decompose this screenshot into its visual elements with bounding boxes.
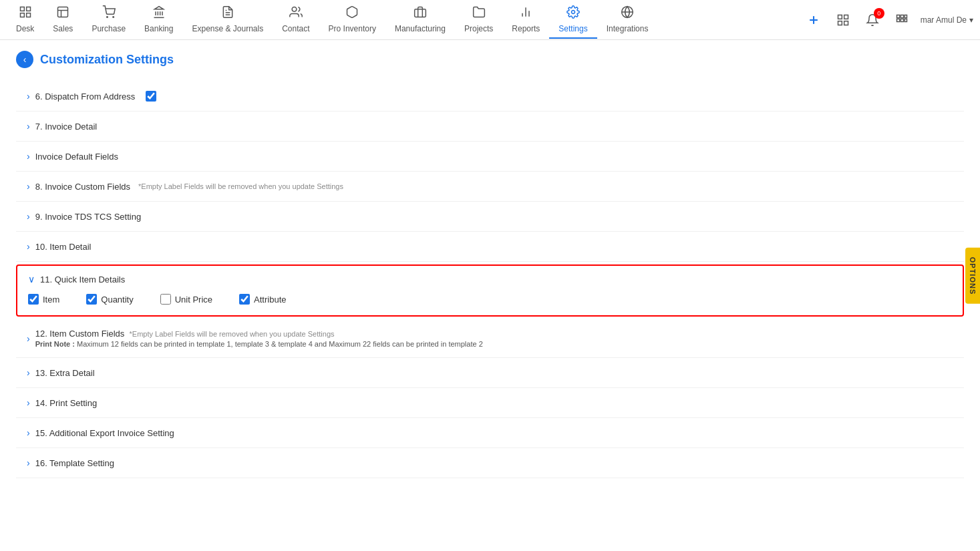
checkbox-attribute-label[interactable]: Attribute (254, 295, 286, 305)
user-chevron-icon: ▾ (969, 15, 973, 25)
nav-banking[interactable]: Banking (135, 1, 182, 39)
section-16-header[interactable]: › 16. Template Setting (27, 457, 953, 468)
nav-projects[interactable]: Projects (455, 1, 502, 39)
svg-point-7 (106, 16, 108, 17)
nav-expense[interactable]: Expense & Journals (182, 1, 273, 39)
section-14-title: 14. Print Setting (35, 398, 98, 408)
nav-purchase-label: Purchase (92, 24, 126, 33)
integrations-icon (621, 5, 634, 22)
nav-settings[interactable]: Settings (549, 1, 597, 39)
section-8-note: *Empty Label Fields will be removed when… (138, 182, 343, 190)
section-14-chevron-icon: › (27, 397, 30, 408)
back-button[interactable]: ‹ (16, 51, 33, 68)
section-16-title: 16. Template Setting (35, 458, 114, 468)
section-invoice-default-header[interactable]: › Invoice Default Fields (27, 151, 953, 162)
nav-integrations[interactable]: Integrations (597, 1, 658, 39)
checkbox-item-item: Item (28, 294, 59, 305)
section-6-dispatch: › 6. Dispatch From Address (16, 81, 964, 112)
svg-rect-28 (844, 15, 848, 19)
expense-icon (221, 5, 234, 22)
options-label: OPTIONS (969, 256, 977, 295)
section-14-print: › 14. Print Setting (16, 388, 964, 418)
checkbox-quantity-input[interactable] (86, 294, 97, 305)
nav-manufacturing[interactable]: Manufacturing (385, 1, 455, 39)
svg-rect-3 (26, 13, 30, 17)
section-6-checkbox[interactable] (146, 91, 156, 102)
section-9-title: 9. Invoice TDS TCS Setting (35, 212, 141, 222)
manufacturing-icon (414, 5, 427, 22)
section-invoice-default: › Invoice Default Fields (16, 142, 964, 172)
section-12-title: 12. Item Custom Fields *Empty Label Fiel… (35, 329, 483, 339)
add-button[interactable] (803, 9, 824, 31)
svg-rect-27 (838, 15, 842, 19)
nav-contact[interactable]: Contact (273, 1, 319, 39)
projects-icon (472, 5, 486, 22)
nav-reports-label: Reports (512, 24, 540, 33)
checkbox-item-input[interactable] (28, 294, 39, 305)
section-15-header[interactable]: › 15. Additional Export Invoice Setting (27, 427, 953, 438)
svg-rect-36 (905, 19, 907, 21)
section-6-title: 6. Dispatch From Address (35, 91, 136, 102)
nav-contact-label: Contact (282, 24, 309, 33)
checkbox-item-label[interactable]: Item (43, 295, 59, 305)
banking-icon (152, 5, 166, 22)
section-11-chevron-icon: ∨ (28, 274, 35, 285)
nav-projects-label: Projects (464, 24, 493, 33)
svg-rect-30 (844, 21, 848, 25)
section-6-header[interactable]: › 6. Dispatch From Address (27, 91, 953, 102)
section-10-header[interactable]: › 10. Item Detail (27, 241, 953, 252)
checkbox-unitprice-input[interactable] (160, 294, 171, 305)
section-13-title: 13. Extra Detail (35, 368, 95, 378)
nav-reports[interactable]: Reports (502, 1, 549, 39)
svg-rect-0 (20, 7, 24, 11)
section-7-header[interactable]: › 7. Invoice Detail (27, 121, 953, 132)
section-14-header[interactable]: › 14. Print Setting (27, 397, 953, 408)
grid-button[interactable] (832, 9, 854, 31)
section-12-chevron-icon: › (27, 333, 30, 344)
section-12-print-note: Print Note : Maximum 12 fields can be pr… (35, 340, 483, 348)
sales-icon (56, 5, 69, 22)
section-9-tds: › 9. Invoice TDS TCS Setting (16, 202, 964, 232)
svg-rect-2 (20, 13, 24, 17)
nav-proinventory-label: Pro Inventory (329, 24, 376, 33)
svg-rect-1 (26, 7, 30, 11)
svg-rect-31 (896, 15, 899, 17)
notification-button[interactable]: 0 (862, 9, 883, 31)
nav-right-actions: 0 mar Amul De ▾ (803, 9, 973, 31)
section-default-chevron-icon: › (27, 151, 30, 162)
section-15-title: 15. Additional Export Invoice Setting (35, 428, 174, 438)
section-8-title: 8. Invoice Custom Fields (35, 182, 130, 192)
section-13-header[interactable]: › 13. Extra Detail (27, 367, 953, 378)
checkbox-unitprice-label[interactable]: Unit Price (175, 295, 212, 305)
nav-purchase[interactable]: Purchase (82, 1, 135, 39)
nav-proinventory[interactable]: Pro Inventory (319, 1, 385, 39)
nav-sales-label: Sales (53, 24, 73, 33)
section-12-header[interactable]: › 12. Item Custom Fields *Empty Label Fi… (27, 329, 953, 348)
section-16-chevron-icon: › (27, 457, 30, 468)
section-8-header[interactable]: › 8. Invoice Custom Fields *Empty Label … (27, 181, 953, 192)
contact-icon (289, 5, 303, 22)
nav-desk[interactable]: Desk (7, 1, 43, 39)
apps-button[interactable] (891, 9, 913, 31)
nav-settings-label: Settings (558, 24, 587, 33)
section-10-item: › 10. Item Detail (16, 232, 964, 262)
svg-point-17 (292, 7, 297, 11)
section-11-checkboxes: Item Quantity Unit Price Attribute (28, 291, 952, 307)
section-9-header[interactable]: › 9. Invoice TDS TCS Setting (27, 211, 953, 222)
svg-rect-4 (58, 7, 68, 17)
user-menu[interactable]: mar Amul De ▾ (921, 15, 973, 25)
page-content: ‹ Customization Settings › 6. Dispatch F… (0, 40, 980, 489)
nav-sales[interactable]: Sales (43, 1, 82, 39)
checkbox-quantity-label[interactable]: Quantity (101, 295, 133, 305)
settings-icon (566, 5, 580, 22)
section-9-chevron-icon: › (27, 211, 30, 222)
section-6-chevron-icon: › (27, 91, 30, 102)
checkbox-attribute-input[interactable] (239, 294, 250, 305)
section-11-header[interactable]: ∨ 11. Quick Item Details (28, 274, 952, 285)
section-7-invoice: › 7. Invoice Detail (16, 112, 964, 142)
options-sidebar[interactable]: OPTIONS (965, 247, 980, 304)
section-13-extra: › 13. Extra Detail (16, 358, 964, 388)
svg-point-8 (113, 16, 114, 17)
section-10-chevron-icon: › (27, 241, 30, 252)
section-7-title: 7. Invoice Detail (35, 122, 98, 132)
